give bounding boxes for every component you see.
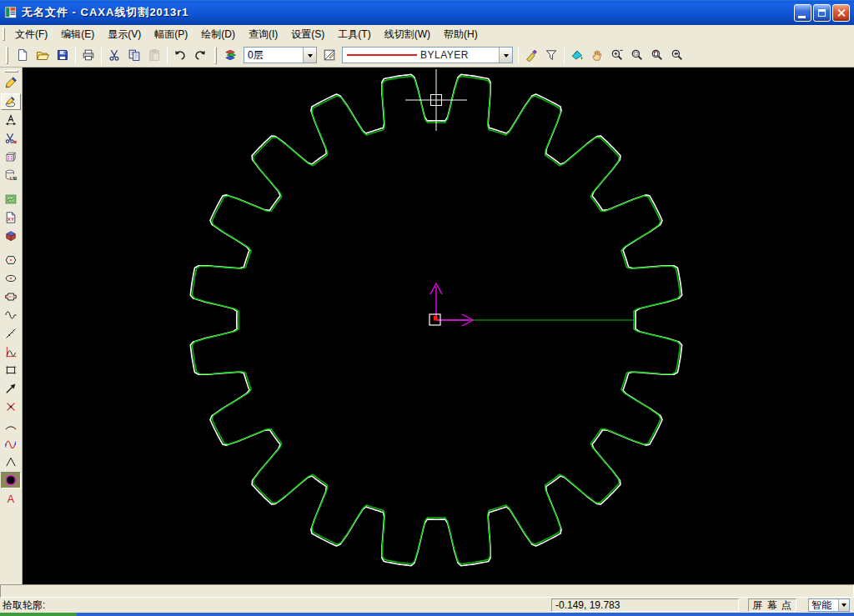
zoom-back-button[interactable]	[667, 45, 687, 65]
spline-icon	[4, 437, 18, 450]
block-tool-button[interactable]	[1, 148, 21, 165]
paste-button	[144, 45, 164, 65]
close-button[interactable]	[832, 4, 850, 22]
rectangle-tool-button[interactable]	[1, 362, 21, 378]
rect-icon	[4, 363, 18, 377]
redo-button[interactable]	[190, 45, 210, 65]
new-button[interactable]	[13, 45, 33, 65]
trajectory-tool-button[interactable]	[1, 93, 21, 110]
cut-button[interactable]	[104, 45, 124, 65]
raster-icon	[4, 193, 18, 206]
fill-icon	[570, 48, 584, 62]
toolbar-separator	[75, 47, 76, 64]
command-prompt: 拾取轮廓:	[3, 598, 45, 613]
menubar-grip[interactable]	[3, 28, 5, 41]
sketch-tool-button[interactable]	[1, 75, 21, 92]
layers-button[interactable]	[221, 45, 241, 65]
toolbar-grip[interactable]	[4, 70, 18, 73]
menu-item-wirecut[interactable]: 线切割(W)	[378, 25, 437, 43]
zoom-window-button[interactable]	[627, 45, 647, 65]
solid3d-icon	[4, 229, 18, 243]
floppy-save-icon	[56, 48, 69, 62]
drawing-canvas[interactable]	[23, 68, 854, 584]
menu-item-draw[interactable]: 绘制(D)	[194, 25, 242, 43]
raster-tool-button[interactable]	[1, 191, 21, 208]
layer-select-value: 0层	[244, 48, 267, 63]
polygon-tool-button[interactable]	[1, 252, 21, 268]
circle-icon	[4, 473, 18, 487]
formula-icon	[4, 345, 18, 358]
dimension-tool-button[interactable]	[1, 112, 21, 128]
property-brush-button[interactable]	[521, 45, 541, 65]
hand-icon	[590, 48, 604, 62]
menu-item-query[interactable]: 查询(I)	[242, 25, 284, 43]
taskbar-edge	[0, 613, 854, 616]
wave-tool-button[interactable]	[1, 307, 21, 323]
solid-tool-button[interactable]	[1, 228, 21, 244]
funnel-icon	[545, 48, 558, 62]
toolbar-grip[interactable]	[6, 47, 8, 64]
text-width-icon	[4, 113, 18, 127]
main-toolbar: 0层BYLAYER	[0, 43, 854, 68]
taskbar-bar-edge	[77, 613, 854, 616]
trim-tool-button[interactable]	[1, 130, 21, 147]
wave-icon	[4, 308, 18, 322]
fill-button[interactable]	[567, 45, 587, 65]
linestyle-button[interactable]	[319, 45, 339, 65]
title-bar[interactable]: 无名文件 - CAXA线切割2013r1	[0, 0, 854, 25]
menu-item-settings[interactable]: 设置(S)	[284, 25, 331, 43]
chevron-down-icon[interactable]	[838, 599, 849, 611]
brush-icon	[525, 48, 538, 62]
arc-icon	[4, 418, 18, 432]
polyline-tool-button[interactable]	[1, 453, 21, 470]
menu-item-edit[interactable]: 编辑(E)	[54, 25, 101, 43]
menu-item-tools[interactable]: 工具(T)	[331, 25, 377, 43]
print-button[interactable]	[78, 45, 98, 65]
formula-curve-tool-button[interactable]	[1, 343, 21, 360]
arc-tool-button[interactable]	[1, 417, 21, 433]
circle-tool-button[interactable]	[1, 472, 21, 488]
zoom-dynamic-button[interactable]	[607, 45, 627, 65]
flange-tool-button[interactable]	[1, 288, 21, 305]
status-bar: 拾取轮廓: -0.149, 19.783 屏 幕 点 智能	[0, 598, 854, 613]
undo-icon	[173, 48, 187, 62]
filter-button[interactable]	[541, 45, 561, 65]
save-button[interactable]	[53, 45, 73, 65]
close-icon	[836, 8, 846, 18]
copy-button[interactable]	[124, 45, 144, 65]
library-icon: LIB	[4, 168, 18, 182]
xy-data-tool-button[interactable]: XY	[1, 209, 21, 226]
library-tool-button[interactable]: LIB	[1, 167, 21, 183]
snap-mode-select[interactable]: 智能	[808, 598, 850, 612]
text-tool-button[interactable]: A	[1, 490, 21, 507]
restore-button[interactable]	[813, 4, 831, 22]
undo-button[interactable]	[170, 45, 190, 65]
app-logo-icon	[4, 6, 18, 19]
linestyle-icon	[323, 48, 336, 62]
open-button[interactable]	[33, 45, 53, 65]
zoom-window-icon	[630, 48, 644, 62]
spline-tool-button[interactable]	[1, 435, 21, 452]
snap-mode-value: 智能	[809, 598, 838, 613]
point-line-tool-button[interactable]	[1, 325, 21, 342]
layer-select[interactable]: 0层	[244, 47, 317, 63]
pick-tool-button[interactable]	[1, 380, 21, 397]
chevron-down-icon[interactable]	[303, 48, 316, 63]
zoom-all-button[interactable]	[647, 45, 667, 65]
drawing-toolbar: LIBXYA	[0, 68, 23, 584]
chevron-down-icon[interactable]	[499, 48, 512, 63]
menu-item-paper[interactable]: 幅面(P)	[148, 25, 194, 43]
linetype-select[interactable]: BYLAYER	[342, 47, 513, 63]
minimize-button[interactable]	[794, 4, 811, 22]
restore-icon	[818, 9, 826, 17]
pick-arrow-icon	[4, 382, 18, 395]
ellipse-tool-button[interactable]	[1, 270, 21, 287]
menu-item-file[interactable]: 文件(F)	[8, 25, 54, 43]
toolbar-grip[interactable]	[214, 47, 217, 64]
menu-item-help[interactable]: 帮助(H)	[437, 25, 485, 43]
point-tool-button[interactable]	[1, 398, 21, 415]
text-a-icon: A	[4, 492, 18, 505]
copy-icon	[128, 48, 141, 62]
pan-button[interactable]	[587, 45, 607, 65]
menu-item-view[interactable]: 显示(V)	[101, 25, 148, 43]
